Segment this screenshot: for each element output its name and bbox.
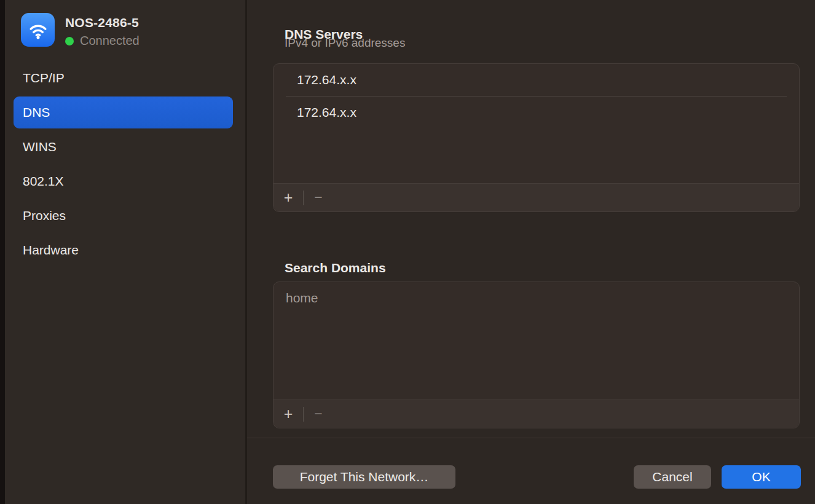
sidebar-nav: TCP/IP DNS WINS 802.1X Proxies Hardware [14,62,233,269]
add-search-domain-button[interactable]: + [274,400,303,428]
dns-server-entry[interactable]: 172.64.x.x [274,96,799,128]
sidebar: NOS-2486-5 Connected TCP/IP DNS WINS 802… [5,0,247,504]
remove-search-domain-button[interactable]: − [304,400,333,428]
network-status-label: Connected [80,34,140,48]
add-dns-server-button[interactable]: + [274,184,303,211]
window-left-edge [0,0,5,504]
network-name: NOS-2486-5 [65,15,140,30]
cancel-button[interactable]: Cancel [634,465,711,489]
minus-icon: − [314,191,322,205]
search-domains-list-toolbar: + − [274,400,799,428]
dns-servers-list-toolbar: + − [274,183,799,211]
forget-network-button[interactable]: Forget This Network… [273,465,455,489]
footer-divider [247,438,815,438]
sidebar-item-dns[interactable]: DNS [14,96,233,128]
plus-icon: + [284,406,293,422]
search-domain-entry[interactable]: home [274,282,799,314]
wifi-icon [21,13,55,47]
ok-button[interactable]: OK [722,465,801,489]
dns-server-entry[interactable]: 172.64.x.x [274,64,799,96]
sidebar-item-proxies[interactable]: Proxies [14,200,233,232]
sidebar-item-tcpip[interactable]: TCP/IP [14,62,233,94]
dns-settings-pane: DNS Servers IPv4 or IPv6 addresses 172.6… [247,0,815,504]
search-domains-title: Search Domains [285,261,386,275]
remove-dns-server-button[interactable]: − [304,184,333,211]
dns-servers-subtitle: IPv4 or IPv6 addresses [285,36,405,50]
network-status: Connected [65,34,140,48]
connected-status-dot-icon [65,37,74,45]
sidebar-item-hardware[interactable]: Hardware [14,234,233,266]
dns-servers-list: 172.64.x.x 172.64.x.x + − [273,63,800,212]
minus-icon: − [314,407,322,421]
network-header: NOS-2486-5 Connected [21,13,140,48]
search-domains-list: home + − [273,282,800,428]
network-meta: NOS-2486-5 Connected [65,13,140,48]
sidebar-item-8021x[interactable]: 802.1X [14,165,233,197]
sidebar-item-wins[interactable]: WINS [14,131,233,163]
plus-icon: + [284,190,293,205]
